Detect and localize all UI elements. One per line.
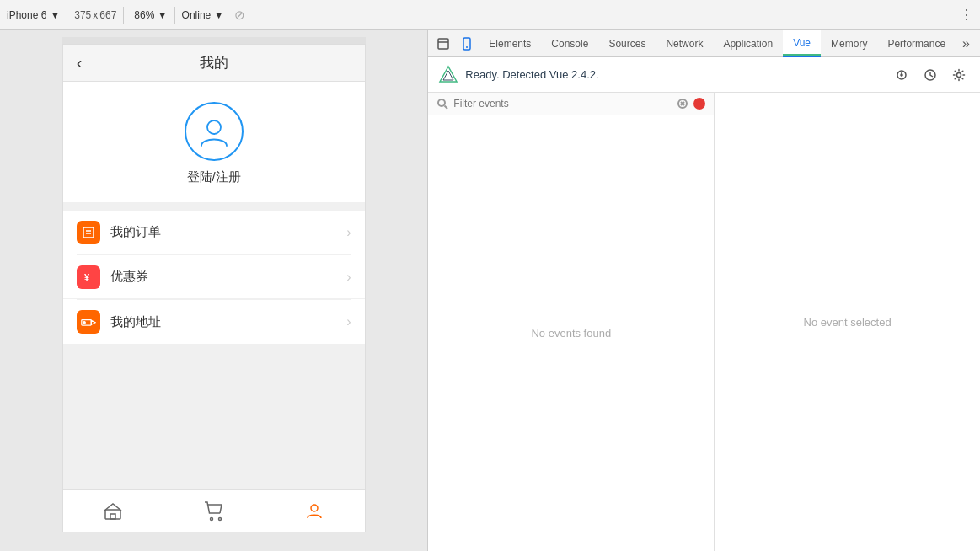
svg-rect-14 [463, 38, 470, 50]
login-register-text[interactable]: 登陆/注册 [187, 169, 241, 185]
events-filter-bar [428, 93, 714, 115]
avatar-icon [196, 114, 232, 149]
svg-rect-1 [83, 227, 94, 238]
tab-memory[interactable]: Memory [821, 30, 877, 57]
coupons-chevron: › [346, 270, 351, 285]
tab-elements[interactable]: Elements [479, 30, 541, 57]
svg-point-12 [311, 505, 318, 511]
no-event-selected-text: No event selected [804, 316, 892, 329]
menu-list: 我的订单 › ¥ 优惠券 › [63, 211, 365, 344]
page-title: 我的 [200, 53, 228, 72]
svg-rect-13 [438, 39, 448, 49]
tab-profile[interactable] [264, 490, 364, 532]
throttle-icon[interactable]: ⊘ [234, 8, 245, 23]
orders-chevron: › [346, 225, 351, 240]
svg-point-23 [438, 99, 445, 106]
coupons-label: 优惠券 [110, 269, 347, 285]
coupons-icon: ¥ [77, 265, 100, 289]
address-chevron: › [346, 314, 351, 329]
events-panel: No events found [428, 93, 715, 551]
menu-item-coupons[interactable]: ¥ 优惠券 › [63, 255, 365, 299]
tab-sources[interactable]: Sources [598, 30, 656, 57]
back-button[interactable]: ‹ [77, 53, 83, 72]
menu-item-orders[interactable]: 我的订单 › [63, 211, 365, 254]
network-selector[interactable]: Online ▼ [182, 9, 224, 21]
topbar-more-button[interactable]: ⋮ [960, 7, 973, 23]
zoom-selector[interactable]: 86% ▼ [134, 9, 167, 21]
profile-icon [304, 501, 324, 522]
tabs-overflow-button[interactable]: » [956, 36, 977, 51]
avatar[interactable] [185, 102, 244, 161]
tab-cart[interactable] [163, 490, 264, 532]
svg-point-7 [83, 322, 85, 324]
event-detail-panel: No event selected [715, 93, 980, 551]
device-mode-button[interactable] [455, 32, 479, 56]
tab-console[interactable]: Console [541, 30, 598, 57]
tab-network[interactable]: Network [656, 30, 713, 57]
tab-application[interactable]: Application [713, 30, 783, 57]
svg-marker-6 [91, 320, 95, 324]
filter-clear-button[interactable] [677, 98, 688, 110]
vue-header: Ready. Detected Vue 2.4.2. [428, 57, 980, 93]
vue-history-button[interactable] [919, 64, 941, 86]
vue-detected-message: Ready. Detected Vue 2.4.2. [465, 68, 884, 81]
app-content: 登陆/注册 我的订单 › [63, 82, 365, 489]
orders-label: 我的订单 [110, 224, 347, 240]
search-icon [436, 98, 448, 110]
app-tabbar [63, 489, 365, 532]
svg-point-0 [207, 120, 221, 134]
profile-section: 登陆/注册 [63, 82, 365, 202]
devtools-tabs: Elements Console Sources Network Applica… [428, 30, 980, 57]
tab-performance[interactable]: Performance [877, 30, 956, 57]
events-empty-message: No events found [428, 115, 714, 551]
svg-point-22 [957, 72, 961, 77]
app-header: ‹ 我的 [63, 45, 365, 82]
devtools-panel: Elements Console Sources Network Applica… [427, 30, 980, 551]
inspect-button[interactable] [431, 32, 455, 56]
vue-devtools-inner: Ready. Detected Vue 2.4.2. [428, 57, 980, 551]
cart-icon [204, 501, 224, 522]
svg-rect-9 [110, 514, 115, 519]
device-selector[interactable]: iPhone 6 ▼ [7, 9, 60, 21]
vue-devtools-content: No events found No event selected [428, 93, 980, 551]
vue-settings-button[interactable] [948, 64, 970, 86]
svg-point-20 [901, 74, 902, 76]
browser-viewport: ‹ 我的 登陆/注册 [0, 30, 427, 551]
svg-line-24 [445, 106, 448, 110]
tab-vue[interactable]: Vue [783, 30, 821, 57]
devtools-topbar: iPhone 6 ▼ 375 x 667 86% ▼ Online ▼ ⊘ ⋮ [0, 0, 980, 30]
tab-home[interactable] [63, 490, 163, 532]
address-icon [77, 310, 100, 334]
viewport-dimensions: 375 x 667 [74, 9, 116, 21]
address-label: 我的地址 [110, 314, 347, 330]
vue-inspect-button[interactable] [891, 64, 913, 86]
orders-icon [77, 221, 100, 244]
vue-header-actions [891, 64, 970, 86]
filter-input[interactable] [453, 98, 672, 110]
svg-marker-16 [440, 67, 457, 82]
device-arrow: ▼ [50, 9, 60, 21]
mobile-frame: ‹ 我的 登陆/注册 [62, 44, 366, 532]
menu-item-address[interactable]: 我的地址 › [63, 300, 365, 344]
record-button[interactable] [693, 98, 705, 110]
svg-point-10 [210, 517, 212, 520]
svg-text:¥: ¥ [84, 272, 90, 282]
home-icon [103, 501, 123, 522]
vue-logo [438, 65, 458, 85]
main-area: ‹ 我的 登陆/注册 [0, 30, 980, 551]
svg-point-11 [218, 517, 221, 520]
device-name: iPhone 6 [7, 9, 46, 21]
top-ruler [62, 37, 366, 44]
